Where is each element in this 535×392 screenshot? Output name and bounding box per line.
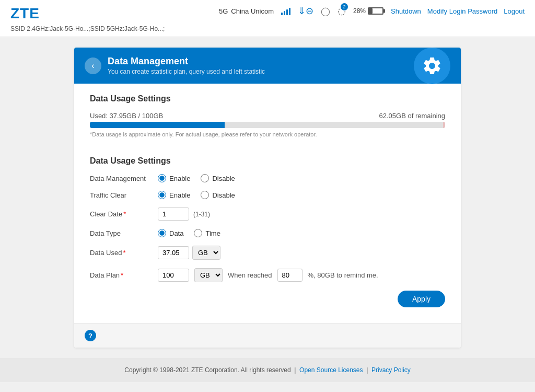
wifi-download-icon: ⇓⊖ xyxy=(298,5,313,17)
carrier-name: China Unicom xyxy=(231,7,274,15)
usage-section-title: Data Usage Settings xyxy=(90,94,445,103)
help-icon[interactable]: ? xyxy=(85,330,96,341)
data-type-radio-group: Data Time xyxy=(158,229,220,237)
footer-copyright: Copyright © 1998-2021 ZTE Corporation. A… xyxy=(124,366,290,374)
signal-bars-icon xyxy=(281,7,290,15)
apply-row: Apply xyxy=(90,291,445,307)
data-management-disable-radio[interactable] xyxy=(201,174,209,182)
data-management-disable-option[interactable]: Disable xyxy=(201,174,235,182)
traffic-clear-row: Traffic Clear Enable Disable xyxy=(90,191,445,199)
main-container: ‹ Data Management You can create statist… xyxy=(74,48,461,348)
data-plan-unit-select[interactable]: MB GB xyxy=(194,268,223,282)
data-type-label: Data Type xyxy=(90,229,158,237)
data-used-input[interactable] xyxy=(158,246,189,259)
traffic-clear-label: Traffic Clear xyxy=(90,191,158,199)
usage-bar-fill xyxy=(90,122,225,128)
data-type-time-radio[interactable] xyxy=(194,229,202,237)
traffic-clear-radio-group: Enable Disable xyxy=(158,191,235,199)
usage-labels: Used: 37.95GB / 100GB 62.05GB of remaini… xyxy=(90,112,445,120)
footer: Copyright © 1998-2021 ZTE Corporation. A… xyxy=(0,358,535,382)
network-type: 5G xyxy=(219,7,228,15)
header-right: 5G China Unicom ⇓⊖ ◯ 2 ◌ 28% Shutdown xyxy=(219,5,525,17)
zte-logo: ZTE xyxy=(10,5,40,22)
when-reached-label: When reached xyxy=(228,271,272,279)
data-management-enable-label: Enable xyxy=(169,175,190,182)
shutdown-link[interactable]: Shutdown xyxy=(391,7,421,15)
clear-date-row: Clear Date* (1-31) xyxy=(90,207,445,221)
page-title: Data Management xyxy=(108,56,450,67)
battery-container: 28% xyxy=(353,7,383,15)
data-management-row: Data Management Enable Disable xyxy=(90,174,445,182)
gear-icon xyxy=(422,55,443,76)
data-management-disable-label: Disable xyxy=(212,175,235,182)
wifi-badge-container: 2 ◌ xyxy=(338,5,346,17)
back-button[interactable]: ‹ xyxy=(85,57,101,74)
traffic-clear-disable-label: Disable xyxy=(212,191,235,199)
header: ZTE 5G China Unicom ⇓⊖ ◯ 2 ◌ 28% xyxy=(0,0,535,24)
privacy-policy-link[interactable]: Privacy Policy xyxy=(371,366,411,374)
data-plan-group: MB GB When reached %, 80GB to remind me. xyxy=(158,268,378,282)
usage-note: *Data usage is approximate only. For act… xyxy=(90,131,445,137)
data-type-data-radio[interactable] xyxy=(158,229,166,237)
data-plan-row: Data Plan* MB GB When reached %, 80GB to… xyxy=(90,268,445,282)
clear-date-label: Clear Date* xyxy=(90,210,158,218)
data-plan-input[interactable] xyxy=(158,269,189,282)
traffic-clear-enable-option[interactable]: Enable xyxy=(158,191,190,199)
modify-password-link[interactable]: Modify Login Password xyxy=(427,7,497,15)
clear-date-input[interactable] xyxy=(158,207,189,221)
wifi-notification-badge: 2 xyxy=(341,3,348,10)
data-plan-required: * xyxy=(121,271,123,279)
gear-circle xyxy=(414,48,450,84)
data-type-row: Data Type Data Time xyxy=(90,229,445,237)
header-left: ZTE xyxy=(10,5,40,22)
usage-bar-remaining xyxy=(443,122,445,128)
remaining-label: 62.05GB of remaining xyxy=(379,112,445,120)
ssid-row: SSID 2.4GHz:Jack-5G-Ho...;SSID 5GHz:Jack… xyxy=(0,24,535,37)
network-info: 5G China Unicom xyxy=(219,7,274,15)
logout-link[interactable]: Logout xyxy=(504,7,525,15)
when-reached-input[interactable] xyxy=(277,269,303,282)
data-type-data-option[interactable]: Data xyxy=(158,229,183,237)
data-used-required: * xyxy=(123,249,125,257)
apply-button[interactable]: Apply xyxy=(398,291,445,307)
open-source-link[interactable]: Open Source Licenses xyxy=(299,366,363,374)
clear-date-range: (1-31) xyxy=(193,211,210,218)
data-management-radio-group: Enable Disable xyxy=(158,174,235,182)
page-subtitle: You can create statistic plan, query use… xyxy=(108,68,450,75)
traffic-clear-disable-radio[interactable] xyxy=(201,191,209,199)
page-header: ‹ Data Management You can create statist… xyxy=(74,48,461,84)
battery-icon xyxy=(368,7,383,15)
traffic-clear-disable-option[interactable]: Disable xyxy=(201,191,235,199)
header-links: Shutdown Modify Login Password Logout xyxy=(391,7,525,15)
form-section-title: Data Usage Settings xyxy=(90,148,445,166)
page-header-text: Data Management You can create statistic… xyxy=(108,56,450,75)
data-management-label: Data Management xyxy=(90,175,158,182)
data-plan-label: Data Plan* xyxy=(90,271,158,279)
battery-percent: 28% xyxy=(353,7,366,15)
data-type-data-label: Data xyxy=(169,229,183,237)
clear-date-required: * xyxy=(123,210,126,218)
content: Data Usage Settings Used: 37.95GB / 100G… xyxy=(74,84,461,323)
data-used-unit-select[interactable]: MB GB xyxy=(192,246,220,260)
data-used-label: Data Used* xyxy=(90,249,158,257)
data-used-group: MB GB xyxy=(158,246,220,260)
phone-icon: ◯ xyxy=(321,6,330,16)
used-label: Used: 37.95GB / 100GB xyxy=(90,112,163,120)
usage-bar-track xyxy=(90,122,445,128)
help-section: ? xyxy=(74,323,461,348)
usage-bar-section: Used: 37.95GB / 100GB 62.05GB of remaini… xyxy=(90,112,445,137)
data-type-time-label: Time xyxy=(205,229,220,237)
traffic-clear-enable-label: Enable xyxy=(169,191,190,199)
remind-text: %, 80GB to remind me. xyxy=(308,271,378,279)
data-type-time-option[interactable]: Time xyxy=(194,229,220,237)
data-management-enable-option[interactable]: Enable xyxy=(158,174,190,182)
ssid-text: SSID 2.4GHz:Jack-5G-Ho...;SSID 5GHz:Jack… xyxy=(10,25,165,32)
data-management-enable-radio[interactable] xyxy=(158,174,166,182)
data-used-row: Data Used* MB GB xyxy=(90,246,445,260)
traffic-clear-enable-radio[interactable] xyxy=(158,191,166,199)
